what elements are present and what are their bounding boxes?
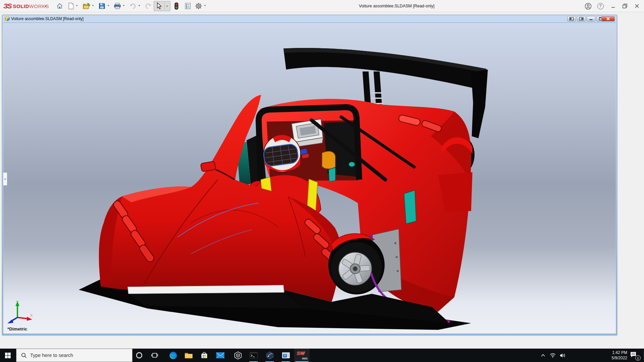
- open-button[interactable]: [82, 2, 91, 10]
- logo-flyout-arrow-icon[interactable]: ▸: [45, 4, 47, 8]
- edge-icon: [169, 351, 177, 360]
- save-caret-icon[interactable]: ▾: [107, 4, 110, 7]
- microsoft-store-icon: [200, 351, 208, 359]
- doc-minimize-button[interactable]: [587, 16, 595, 21]
- command-prompt-icon: [250, 352, 258, 359]
- close-icon: [635, 4, 639, 8]
- redo-icon: [145, 3, 152, 9]
- new-document-caret-icon[interactable]: ▾: [75, 4, 78, 7]
- cockpit-orange-trim: [322, 151, 335, 169]
- task-view-icon: [151, 352, 158, 358]
- close-button[interactable]: [632, 2, 642, 10]
- solidworks-2021-icon: SW 2021: [297, 351, 307, 360]
- search-input[interactable]: [30, 353, 121, 358]
- minimize-button[interactable]: [608, 2, 618, 10]
- featuremanager-splitter-handle[interactable]: [3, 172, 7, 186]
- tile-right-button[interactable]: [577, 16, 586, 21]
- taskbar-app-store[interactable]: [197, 349, 212, 362]
- taskbar-app-solidworks[interactable]: SW 2021: [294, 349, 310, 362]
- new-document-button[interactable]: [66, 2, 76, 10]
- print-caret-icon[interactable]: ▾: [122, 4, 125, 7]
- triad-x-label: X: [30, 313, 33, 317]
- chevron-up-icon: [541, 354, 545, 357]
- action-center-button[interactable]: 1: [628, 349, 641, 362]
- taskbar-app-blue-window[interactable]: [278, 349, 293, 362]
- restore-icon: [622, 3, 628, 9]
- pane-left-icon: [569, 17, 574, 20]
- doc-close-icon: [606, 17, 610, 20]
- front-splitter-stripe: [128, 285, 284, 294]
- tray-network-button[interactable]: [548, 349, 557, 362]
- tile-left-button[interactable]: [567, 16, 576, 21]
- new-document-icon: [68, 3, 74, 9]
- account-button[interactable]: [583, 2, 593, 10]
- taskbar-app-edrawings[interactable]: [262, 349, 277, 362]
- restore-button[interactable]: [620, 2, 630, 10]
- document-titlebar[interactable]: Voiture assomblee.SLDASM [Read-only]: [2, 15, 617, 22]
- open-folder-icon: [83, 3, 91, 9]
- select-cursor-icon: [156, 2, 162, 10]
- graphics-viewport[interactable]: Y X *Dimetric: [3, 22, 616, 334]
- taskbar-app-file-explorer[interactable]: [181, 349, 196, 362]
- solidworks-logo-glyph: ЗS: [3, 2, 11, 10]
- cortana-button[interactable]: [131, 349, 147, 362]
- file-explorer-icon: [184, 352, 193, 359]
- rebuild-traffic-light-icon: [174, 2, 179, 10]
- tray-expand-button[interactable]: [539, 349, 547, 362]
- task-view-button[interactable]: [147, 349, 162, 362]
- home-button[interactable]: [55, 2, 64, 10]
- options-caret-icon[interactable]: ▾: [203, 4, 207, 7]
- 3d-viewer-icon: [234, 351, 242, 360]
- undo-button[interactable]: [128, 2, 138, 10]
- taskbar-app-mail[interactable]: [213, 349, 228, 362]
- print-icon: [114, 3, 121, 9]
- save-icon: [99, 3, 105, 9]
- doc-close-button[interactable]: [601, 16, 615, 21]
- taskbar-app-command-prompt[interactable]: [246, 349, 261, 362]
- orientation-triad[interactable]: Y X: [6, 300, 34, 324]
- select-caret-icon[interactable]: ▾: [165, 5, 169, 8]
- taskbar-search[interactable]: [16, 349, 132, 362]
- file-properties-icon: [184, 3, 191, 9]
- rebuild-button[interactable]: [172, 2, 181, 10]
- cortana-icon: [136, 352, 143, 359]
- help-button[interactable]: ?: [595, 2, 605, 10]
- taskbar-app-3d-viewer[interactable]: [230, 349, 246, 362]
- notification-badge: 1: [635, 355, 641, 361]
- doc-minimize-icon: [589, 17, 593, 20]
- open-caret-icon[interactable]: ▾: [91, 4, 95, 7]
- side-window: [404, 190, 416, 224]
- document-title: Voiture assomblee.SLDASM [Read-only]: [11, 15, 84, 22]
- view-orientation-label: *Dimetric: [7, 326, 27, 331]
- tray-volume-button[interactable]: [558, 349, 568, 362]
- home-icon: [56, 3, 63, 9]
- edrawings-icon: [266, 351, 274, 360]
- redo-button[interactable]: [144, 2, 153, 10]
- undo-caret-icon[interactable]: ▾: [138, 4, 141, 7]
- car-3d-model: [3, 23, 616, 334]
- minimize-icon: [611, 4, 615, 8]
- help-icon: ?: [597, 3, 604, 9]
- triad-y-label: Y: [16, 300, 19, 304]
- app-window-title: Voiture assomblee.SLDASM [Read-only]: [359, 0, 434, 12]
- taskbar-app-edge[interactable]: [165, 349, 181, 362]
- system-tray: 1:42 PM 5/9/2022 1: [543, 349, 644, 362]
- select-tool-button[interactable]: ▾: [154, 1, 170, 11]
- options-button[interactable]: [194, 2, 203, 10]
- search-icon: [21, 353, 27, 358]
- file-properties-button[interactable]: [183, 2, 193, 10]
- print-button[interactable]: [113, 2, 122, 10]
- save-button[interactable]: [97, 2, 107, 10]
- start-button[interactable]: [0, 349, 15, 362]
- assembly-document-icon: [5, 16, 10, 21]
- taskbar-clock[interactable]: 1:42 PM 5/9/2022: [603, 350, 627, 361]
- speaker-icon: [560, 353, 566, 358]
- splitter-dot: [4, 178, 6, 180]
- clock-date: 5/9/2022: [603, 355, 627, 361]
- pane-right-icon: [579, 17, 584, 20]
- document-window: Voiture assomblee.SLDASM [Read-only]: [2, 15, 617, 335]
- taskbar: SW 2021 1:42 PM: [0, 349, 644, 362]
- mail-icon: [216, 352, 225, 359]
- wifi-icon: [550, 353, 556, 358]
- clock-time: 1:42 PM: [603, 350, 627, 355]
